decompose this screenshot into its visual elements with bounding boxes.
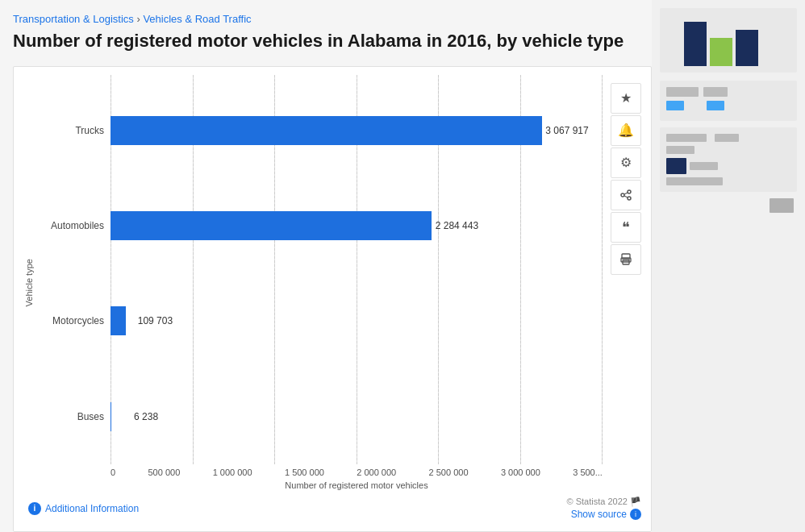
side-rect — [703, 87, 728, 97]
thumb-bar — [710, 38, 732, 66]
bar-track: 109 703 — [111, 306, 603, 335]
x-label: 3 000 000 — [501, 468, 540, 477]
side-row — [666, 101, 790, 110]
breadcrumb[interactable]: Transportation & Logistics › Vehicles & … — [13, 13, 652, 25]
bar-value: 109 703 — [138, 315, 173, 326]
side-rect-sm — [770, 198, 794, 213]
x-label: 500 000 — [148, 468, 181, 477]
side-row — [666, 146, 790, 154]
footer-right: © Statista 2022 🏴 Show source i — [567, 497, 641, 520]
bar-fill: 6 238 — [111, 402, 111, 431]
x-label: 1 000 000 — [213, 468, 252, 477]
breadcrumb-part1[interactable]: Transportation & Logistics — [13, 13, 134, 25]
x-axis-area: 0500 0001 000 0001 500 0002 000 0002 500… — [40, 468, 651, 477]
bars-container: Trucks3 067 917Automobiles2 284 443Motor… — [40, 75, 651, 464]
side-colors — [666, 158, 790, 174]
side-row — [666, 87, 790, 97]
show-source-label[interactable]: Show source — [571, 509, 627, 520]
bar-label: Trucks — [40, 125, 104, 136]
x-label: 2 500 000 — [429, 468, 469, 477]
bar-track: 6 238 — [111, 402, 603, 431]
show-source-icon: i — [630, 509, 641, 520]
x-label: 2 000 000 — [357, 468, 396, 477]
side-content — [660, 81, 797, 213]
side-block-2[interactable] — [660, 127, 797, 192]
quote-button[interactable]: ❝ — [611, 212, 641, 243]
x-axis-title: Number of registered motor vehicles — [40, 477, 651, 490]
chart-inner: Trucks3 067 917Automobiles2 284 443Motor… — [40, 75, 651, 490]
page-title: Number of registered motor vehicles in A… — [13, 30, 652, 53]
x-label: 3 500... — [573, 468, 603, 477]
side-rect-blue — [707, 101, 724, 110]
bar-fill: 109 703 — [111, 306, 126, 335]
bar-value: 6 238 — [134, 411, 158, 422]
dark-block — [666, 158, 686, 174]
x-labels: 0500 0001 000 0001 500 0002 000 0002 500… — [111, 468, 603, 477]
thumb-bar — [736, 30, 758, 66]
bar-value: 3 067 917 — [545, 125, 588, 136]
additional-info-button[interactable]: i Additional Information — [28, 502, 139, 515]
gear-button[interactable]: ⚙ — [611, 148, 641, 178]
side-rect — [666, 87, 699, 97]
show-source-button[interactable]: Show source i — [571, 509, 641, 520]
share-button[interactable] — [611, 180, 641, 210]
svg-point-0 — [628, 190, 631, 193]
x-label: 1 500 000 — [285, 468, 324, 477]
x-label: 0 — [111, 468, 115, 477]
star-button[interactable]: ★ — [611, 83, 641, 114]
bar-row: Trucks3 067 917 — [40, 116, 603, 145]
bar-fill: 2 284 443 — [111, 211, 432, 240]
bar-track: 3 067 917 — [111, 116, 603, 145]
side-extra — [666, 177, 790, 185]
thumbnail-1[interactable] — [660, 8, 797, 73]
chart-footer: i Additional Information © Statista 2022… — [22, 490, 651, 523]
bar-track: 2 284 443 — [111, 211, 603, 240]
side-bottom — [660, 198, 797, 213]
bar-label: Motorcycles — [40, 315, 104, 326]
side-block-1[interactable] — [660, 81, 797, 121]
svg-point-2 — [628, 197, 631, 200]
chart-container: Vehicle type — [13, 66, 652, 532]
gray-block — [690, 162, 718, 170]
bar-fill: 3 067 917 — [111, 116, 542, 145]
thumb-bar — [684, 22, 707, 66]
bell-button[interactable]: 🔔 — [611, 115, 641, 146]
right-panel — [652, 0, 805, 532]
svg-point-8 — [628, 259, 629, 260]
bar-value: 2 284 443 — [436, 220, 478, 231]
side-spacer — [689, 101, 702, 110]
bar-row: Automobiles2 284 443 — [40, 211, 603, 240]
y-axis-label: Vehicle type — [22, 75, 36, 490]
side-rect — [666, 146, 694, 154]
bar-row: Motorcycles109 703 — [40, 306, 603, 335]
side-rect — [715, 134, 739, 142]
breadcrumb-part2[interactable]: Vehicles & Road Traffic — [143, 13, 251, 25]
additional-info-label[interactable]: Additional Information — [45, 503, 139, 514]
svg-line-4 — [624, 196, 628, 197]
chart-area: Vehicle type — [22, 75, 651, 490]
bar-label: Automobiles — [40, 220, 104, 231]
bar-label: Buses — [40, 411, 104, 422]
svg-point-1 — [621, 193, 624, 197]
statista-credit: © Statista 2022 🏴 — [567, 497, 641, 507]
left-panel: Transportation & Logistics › Vehicles & … — [0, 0, 652, 532]
info-icon: i — [28, 502, 41, 515]
side-rect-blue — [666, 101, 684, 110]
side-rect — [666, 177, 723, 185]
side-row — [666, 134, 790, 142]
svg-line-3 — [624, 193, 628, 194]
side-rect — [666, 134, 707, 142]
bar-row: Buses6 238 — [40, 402, 603, 431]
print-button[interactable] — [611, 244, 641, 275]
action-buttons: ★ 🔔 ⚙ ❝ — [611, 83, 651, 275]
